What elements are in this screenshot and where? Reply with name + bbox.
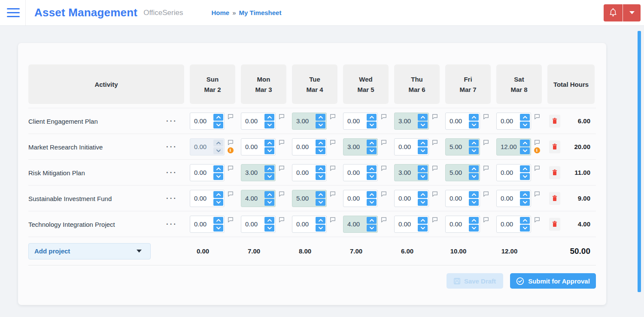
increment-button[interactable] bbox=[367, 217, 377, 224]
row-menu-button[interactable]: ··· bbox=[166, 117, 177, 125]
comment-icon[interactable] bbox=[228, 140, 234, 145]
hours-input[interactable]: 0.00 bbox=[496, 216, 531, 233]
increment-button[interactable] bbox=[316, 217, 325, 224]
hours-input[interactable]: 0.00 bbox=[496, 190, 531, 207]
comment-icon[interactable] bbox=[279, 140, 285, 145]
hours-input[interactable]: 0.00 bbox=[445, 190, 480, 207]
increment-button[interactable] bbox=[520, 165, 530, 172]
comment-icon[interactable] bbox=[228, 114, 234, 119]
decrement-button[interactable] bbox=[469, 122, 479, 128]
comment-icon[interactable] bbox=[381, 191, 387, 197]
row-menu-button[interactable]: ··· bbox=[166, 143, 177, 150]
comment-icon[interactable] bbox=[534, 217, 540, 223]
decrement-button[interactable] bbox=[469, 147, 479, 154]
increment-button[interactable] bbox=[520, 217, 530, 224]
increment-button[interactable] bbox=[469, 217, 479, 224]
hours-input[interactable]: 0.00 bbox=[241, 138, 276, 155]
decrement-button[interactable] bbox=[213, 122, 223, 128]
hours-input[interactable]: 3.00 bbox=[394, 113, 429, 130]
row-menu-button[interactable]: ··· bbox=[166, 169, 177, 176]
increment-button[interactable] bbox=[367, 140, 377, 146]
decrement-button[interactable] bbox=[520, 147, 530, 154]
comment-icon[interactable] bbox=[483, 217, 489, 223]
row-menu-button[interactable]: ··· bbox=[166, 195, 177, 202]
increment-button[interactable] bbox=[213, 217, 223, 224]
delete-row-button[interactable] bbox=[549, 192, 560, 205]
decrement-button[interactable] bbox=[213, 147, 223, 154]
comment-icon[interactable] bbox=[330, 217, 336, 223]
hours-input[interactable]: 0.00 bbox=[343, 164, 378, 181]
comment-icon[interactable] bbox=[534, 165, 540, 171]
hours-input[interactable]: 0.00 bbox=[241, 113, 276, 130]
comment-icon[interactable] bbox=[483, 165, 489, 171]
comment-icon[interactable] bbox=[381, 140, 387, 145]
increment-button[interactable] bbox=[264, 140, 274, 146]
decrement-button[interactable] bbox=[264, 122, 274, 128]
decrement-button[interactable] bbox=[418, 173, 428, 180]
hours-input[interactable]: 0.00 bbox=[496, 164, 531, 181]
decrement-button[interactable] bbox=[316, 225, 325, 232]
delete-row-button[interactable] bbox=[549, 115, 560, 128]
increment-button[interactable] bbox=[469, 140, 479, 146]
increment-button[interactable] bbox=[520, 140, 530, 146]
hours-input[interactable]: 12.00 bbox=[496, 138, 531, 155]
hours-input[interactable]: 0.00 bbox=[343, 113, 378, 130]
increment-button[interactable] bbox=[213, 165, 223, 172]
breadcrumb-current-link[interactable]: My Timesheet bbox=[239, 9, 281, 16]
delete-row-button[interactable] bbox=[549, 218, 560, 231]
hours-input[interactable]: 0.00 bbox=[292, 164, 327, 181]
increment-button[interactable] bbox=[418, 165, 428, 172]
comment-icon[interactable] bbox=[330, 140, 336, 145]
decrement-button[interactable] bbox=[316, 147, 325, 154]
increment-button[interactable] bbox=[520, 191, 530, 198]
hours-input[interactable]: 3.00 bbox=[343, 138, 378, 155]
decrement-button[interactable] bbox=[469, 173, 479, 180]
hours-input[interactable]: 4.00 bbox=[343, 216, 378, 233]
decrement-button[interactable] bbox=[520, 173, 530, 180]
hours-input[interactable]: 0.00 bbox=[445, 113, 480, 130]
decrement-button[interactable] bbox=[520, 225, 530, 232]
increment-button[interactable] bbox=[367, 114, 377, 121]
decrement-button[interactable] bbox=[469, 199, 479, 206]
decrement-button[interactable] bbox=[367, 147, 377, 154]
increment-button[interactable] bbox=[367, 165, 377, 172]
comment-icon[interactable] bbox=[228, 165, 234, 171]
decrement-button[interactable] bbox=[316, 173, 325, 180]
decrement-button[interactable] bbox=[264, 225, 274, 232]
comment-icon[interactable] bbox=[483, 191, 489, 197]
increment-button[interactable] bbox=[213, 114, 223, 121]
hours-input[interactable]: 0.00 bbox=[394, 138, 429, 155]
comment-icon[interactable] bbox=[228, 217, 234, 223]
comment-icon[interactable] bbox=[432, 217, 438, 223]
hours-input[interactable]: 5.00 bbox=[445, 164, 480, 181]
submit-for-approval-button[interactable]: Submit for Approval bbox=[510, 273, 596, 289]
decrement-button[interactable] bbox=[418, 147, 428, 154]
comment-icon[interactable] bbox=[330, 165, 336, 171]
comment-icon[interactable] bbox=[279, 217, 285, 223]
hours-input[interactable]: 0.00 bbox=[190, 216, 225, 233]
account-dropdown-button[interactable] bbox=[623, 4, 641, 21]
comment-icon[interactable] bbox=[432, 140, 438, 145]
hours-input[interactable]: 0.00 bbox=[190, 138, 225, 155]
decrement-button[interactable] bbox=[264, 173, 274, 180]
hours-input[interactable]: 5.00 bbox=[445, 138, 480, 155]
decrement-button[interactable] bbox=[264, 199, 274, 206]
row-menu-button[interactable]: ··· bbox=[166, 220, 177, 228]
decrement-button[interactable] bbox=[367, 173, 377, 180]
increment-button[interactable] bbox=[316, 165, 325, 172]
decrement-button[interactable] bbox=[264, 147, 274, 154]
comment-icon[interactable] bbox=[381, 114, 387, 119]
comment-icon[interactable] bbox=[534, 114, 540, 119]
decrement-button[interactable] bbox=[469, 225, 479, 232]
increment-button[interactable] bbox=[418, 140, 428, 146]
comment-icon[interactable] bbox=[432, 191, 438, 197]
hours-input[interactable]: 0.00 bbox=[292, 138, 327, 155]
increment-button[interactable] bbox=[213, 191, 223, 198]
hours-input[interactable]: 0.00 bbox=[394, 216, 429, 233]
add-project-select[interactable]: Add project bbox=[28, 243, 151, 259]
decrement-button[interactable] bbox=[367, 199, 377, 206]
hours-input[interactable]: 3.00 bbox=[241, 164, 276, 181]
comment-icon[interactable] bbox=[381, 165, 387, 171]
decrement-button[interactable] bbox=[520, 199, 530, 206]
hours-input[interactable]: 3.00 bbox=[394, 164, 429, 181]
